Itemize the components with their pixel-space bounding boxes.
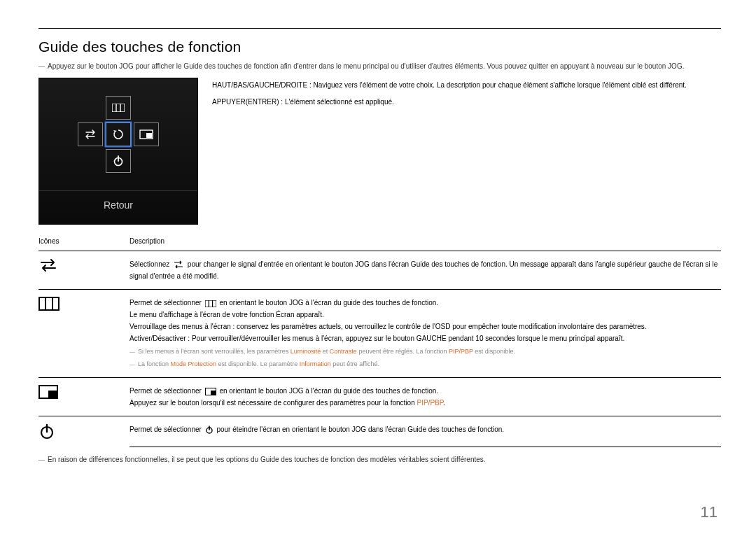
source-icon-inline bbox=[173, 260, 184, 269]
jog-dpad bbox=[78, 96, 159, 173]
osd-return-label: Retour bbox=[39, 192, 197, 218]
svg-rect-7 bbox=[39, 297, 59, 310]
svg-rect-4 bbox=[146, 133, 152, 138]
source-icon bbox=[78, 122, 103, 146]
enter-instruction: APPUYER(ENTRER) : L'élément sélectionné … bbox=[212, 96, 721, 108]
return-icon bbox=[106, 122, 131, 146]
th-desc: Description bbox=[130, 237, 721, 251]
svg-rect-14 bbox=[48, 391, 57, 398]
row-menu-subnote-2: La fonction Mode Protection est disponib… bbox=[130, 359, 721, 370]
row-menu-icon bbox=[38, 290, 130, 378]
menu-icon-inline bbox=[205, 300, 216, 307]
nav-instruction: HAUT/BAS/GAUCHE/DROITE : Naviguez vers l… bbox=[212, 79, 721, 92]
row-pip-desc: Permet de sélectionner en orientant le b… bbox=[130, 377, 721, 416]
osd-panel: Retour bbox=[38, 78, 198, 225]
top-rule bbox=[38, 28, 721, 29]
page-number: 11 bbox=[701, 503, 718, 521]
pip-icon bbox=[134, 122, 159, 146]
row-menu-subnote-1: Si les menus à l'écran sont verrouillés,… bbox=[130, 346, 721, 357]
row-power-icon bbox=[38, 416, 130, 447]
row-menu-desc: Permet de sélectionner en orientant le b… bbox=[130, 290, 721, 378]
row-source-desc: Sélectionnez pour changer le signal d'en… bbox=[130, 251, 721, 290]
instruction-block: HAUT/BAS/GAUCHE/DROITE : Naviguez vers l… bbox=[212, 78, 721, 225]
power-icon-inline bbox=[205, 426, 214, 434]
icon-description-table: Icônes Description Sélectionnez pour cha… bbox=[38, 237, 721, 447]
svg-rect-10 bbox=[205, 300, 216, 307]
intro-note: Appuyez sur le bouton JOG pour afficher … bbox=[38, 61, 721, 72]
row-pip-icon bbox=[38, 377, 130, 416]
footer-note: En raison de différences fonctionnelles,… bbox=[38, 454, 721, 465]
menu-icon bbox=[106, 96, 131, 120]
svg-rect-16 bbox=[211, 391, 216, 395]
row-source-icon bbox=[38, 251, 130, 290]
row-power-desc: Permet de sélectionner pour éteindre l'é… bbox=[130, 416, 721, 447]
page-title: Guide des touches de fonction bbox=[38, 38, 721, 55]
th-icons: Icônes bbox=[38, 237, 130, 251]
svg-rect-0 bbox=[112, 104, 125, 112]
pip-icon-inline bbox=[205, 388, 216, 395]
power-icon bbox=[106, 149, 131, 173]
